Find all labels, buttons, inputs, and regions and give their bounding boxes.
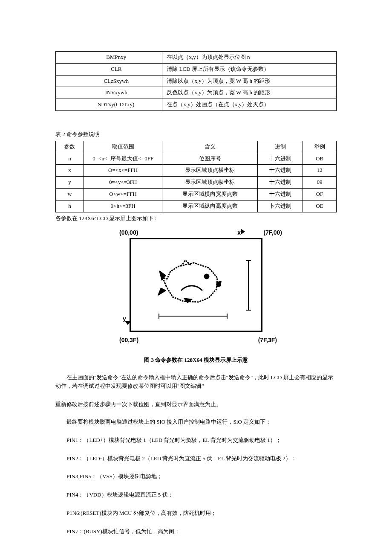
figure-3: (00,00) x (7F,00) y (00,3F) (7F,3F) (x,y… bbox=[55, 227, 337, 364]
paragraph: 重新修改后按前述步骤再一次下载位图，直到对显示界面满意为止。 bbox=[55, 400, 337, 409]
coord-label: (00,00) bbox=[119, 228, 138, 237]
cell: 09 bbox=[303, 177, 336, 189]
table-row: BMPnxy在以点（x,y）为顶点处显示位图 n bbox=[56, 52, 337, 64]
table-row: n0=<n<=序号最大值<=0FF位图序号十六进制OB bbox=[56, 153, 337, 165]
table-row: SDTxy(CDTxy)在点（x,y）处画点（在点（x,y）处灭点） bbox=[56, 99, 337, 111]
cell: OB bbox=[303, 153, 336, 165]
desc-cell: 清除以点（x,y）为顶点，宽 W 高 h 的距形 bbox=[162, 75, 337, 87]
cell: 十六进制 bbox=[258, 188, 303, 200]
col-header: 取值范围 bbox=[84, 141, 162, 153]
cell: 位图序号 bbox=[162, 153, 258, 165]
desc-cell: 在以点（x,y）为顶点处显示位图 n bbox=[162, 52, 337, 64]
cell: O=<x<=FFH bbox=[84, 165, 162, 177]
coord-label: (7F,3F) bbox=[258, 335, 277, 345]
parameter-table: 参数取值范围含义进制举例 n0=<n<=序号最大值<=0FF位图序号十六进制OB… bbox=[55, 141, 337, 212]
pin-definition: PIN7：(BUSY)模块忙信号，低为忙，高为闲； bbox=[66, 527, 337, 536]
cell: n bbox=[56, 153, 84, 165]
table-row: h0<h<=3FH显示区域纵向高度点数卜六进制OE bbox=[56, 200, 337, 212]
paragraph: 在主画面的"发送命令"左边的命令输入框中输入正确的命令后点击"发送命令"，此时 … bbox=[55, 373, 337, 391]
cell: w bbox=[56, 188, 84, 200]
cell: OF bbox=[303, 188, 336, 200]
table-row: y0=<y<=3FH显示区域顶点纵坐标十六进制09 bbox=[56, 177, 337, 189]
figure-caption: 图 3 命令参数在 128X64 模块显示屏上示意 bbox=[55, 356, 337, 365]
svg-point-0 bbox=[205, 274, 209, 279]
cell: O<w<=FFH bbox=[84, 188, 162, 200]
cmd-cell: BMPnxy bbox=[56, 52, 162, 64]
cmd-cell: SDTxy(CDTxy) bbox=[56, 99, 162, 111]
table-row: CLzSxywh清除以点（x,y）为顶点，宽 W 高 h 的距形 bbox=[56, 75, 337, 87]
axis-label-x: x bbox=[237, 228, 241, 237]
table-row: xO=<x<=FFH显示区域顶点横坐标十六进制12 bbox=[56, 165, 337, 177]
cell: 十六进制 bbox=[258, 165, 303, 177]
table-row: wO<w<=FFH显示区域横向宽度点数十六进制OF bbox=[56, 188, 337, 200]
col-header: 含义 bbox=[162, 141, 258, 153]
after-table2-text: 各参数在 128X64LCD 显示屏上图示如下 : bbox=[55, 214, 337, 223]
col-header: 参数 bbox=[56, 141, 84, 153]
cell: 显示区域顶点纵坐标 bbox=[162, 177, 258, 189]
cmd-cell: CLR bbox=[56, 63, 162, 75]
cell: 十六进制 bbox=[258, 177, 303, 189]
table-row: INVxywh反色以点（x,y）为顶点，宽 W 高 h 的距形 bbox=[56, 87, 337, 99]
cell: 显示区域横向宽度点数 bbox=[162, 188, 258, 200]
cell: 十六进制 bbox=[258, 153, 303, 165]
cell: 0<h<=3FH bbox=[84, 200, 162, 212]
cell: x bbox=[56, 165, 84, 177]
fish-bitmap-icon bbox=[158, 259, 230, 310]
cell: OE bbox=[303, 200, 336, 212]
cell: 0=<n<=序号最大值<=0FF bbox=[84, 153, 162, 165]
coord-label: (00,3F) bbox=[119, 335, 138, 345]
cell: 12 bbox=[303, 165, 336, 177]
cmd-cell: CLzSxywh bbox=[56, 75, 162, 87]
cell: 卜六进制 bbox=[258, 200, 303, 212]
cell: 显示区域顶点横坐标 bbox=[162, 165, 258, 177]
cell: 0=<y<=3FH bbox=[84, 177, 162, 189]
desc-cell: 在点（x,y）处画点（在点（x,y）处灭点） bbox=[162, 99, 337, 111]
pin-definition: PIN1：（LED+）模块背光电极 1（LED 背光时为负极，EL 背光时为交流… bbox=[66, 436, 337, 445]
desc-cell: 反色以点（x,y）为顶点，宽 W 高 h 的距形 bbox=[162, 87, 337, 99]
col-header: 进制 bbox=[258, 141, 303, 153]
pin-definition: PIN2：（LED-）模块背光电极 2（LED 背光时为直流正 5 伏，EL 背… bbox=[66, 454, 337, 463]
pin-definitions: PIN1：（LED+）模块背光电极 1（LED 背光时为负极，EL 背光时为交流… bbox=[55, 436, 337, 536]
cell: y bbox=[56, 177, 84, 189]
pin-definition: PIN4：（VDD）模块逻辑电源直流正 5 伏： bbox=[66, 491, 337, 500]
command-table: BMPnxy在以点（x,y）为顶点处显示位图 nCLR清除 LCD 屏上所有显示… bbox=[55, 51, 337, 111]
paragraph: 最终要将模块脱离电脑通过模块上的 SIO 接入用户控制电路中运行，SiO 定义如… bbox=[55, 418, 337, 427]
pin-definition: PIN3,PIN5：（VSS）模块逻辑电源地； bbox=[66, 472, 337, 481]
desc-cell: 清除 LCD 屏上所有显示（该命令无参数） bbox=[162, 63, 337, 75]
table2-title: 表 2 命令参数说明 bbox=[55, 130, 337, 139]
pin-definition: P1N6:(RESET)模块内 MCU 外部复位，高有效，防死机时用； bbox=[66, 509, 337, 518]
table-row: CLR清除 LCD 屏上所有显示（该命令无参数） bbox=[56, 63, 337, 75]
col-header: 举例 bbox=[303, 141, 336, 153]
coord-label: (7F,00) bbox=[263, 228, 282, 237]
cell: h bbox=[56, 200, 84, 212]
cmd-cell: INVxywh bbox=[56, 87, 162, 99]
cell: 显示区域纵向高度点数 bbox=[162, 200, 258, 212]
